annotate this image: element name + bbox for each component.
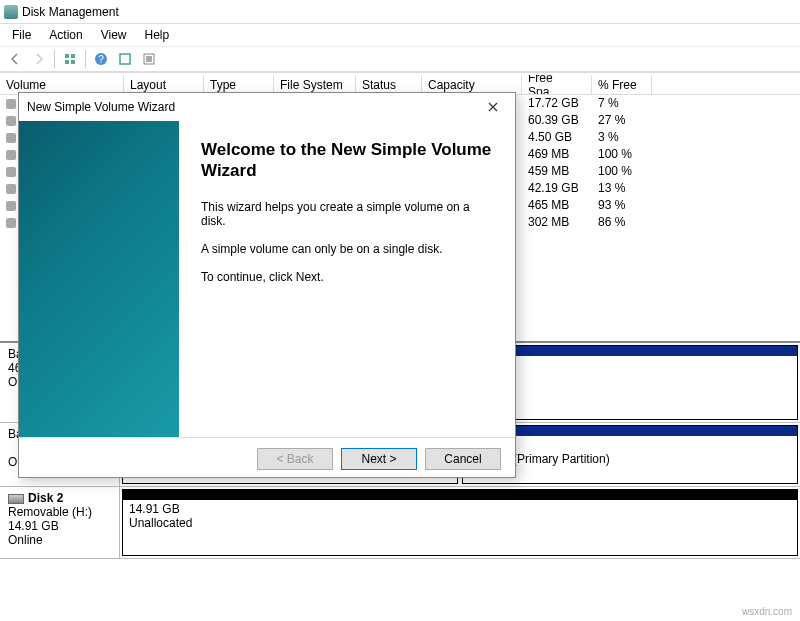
details-button[interactable] bbox=[59, 48, 81, 70]
toolbar-separator bbox=[54, 50, 55, 68]
volume-icon bbox=[6, 99, 16, 109]
wizard-text: To continue, click Next. bbox=[201, 270, 493, 284]
cell-freespace: 17.72 GB bbox=[522, 95, 592, 112]
cell-pctfree: 100 % bbox=[592, 163, 652, 180]
cell-pctfree: 3 % bbox=[592, 129, 652, 146]
disk-status: Online bbox=[8, 533, 111, 547]
cell-pctfree: 27 % bbox=[592, 112, 652, 129]
volume-icon bbox=[6, 201, 16, 211]
disk-volumes: 14.91 GB Unallocated bbox=[120, 487, 800, 558]
refresh-button[interactable] bbox=[114, 48, 136, 70]
app-icon bbox=[4, 5, 18, 19]
svg-rect-0 bbox=[65, 54, 69, 58]
menubar: File Action View Help bbox=[0, 24, 800, 46]
window-title: Disk Management bbox=[22, 5, 119, 19]
cell-freespace: 465 MB bbox=[522, 197, 592, 214]
help-button[interactable]: ? bbox=[90, 48, 112, 70]
svg-text:?: ? bbox=[98, 54, 104, 65]
cell-pctfree: 100 % bbox=[592, 146, 652, 163]
disk-icon bbox=[8, 494, 24, 504]
wizard-titlebar: New Simple Volume Wizard bbox=[19, 93, 515, 121]
svg-rect-6 bbox=[120, 54, 130, 64]
wizard-heading: Welcome to the New Simple Volume Wizard bbox=[201, 139, 493, 182]
wizard-button-row: < Back Next > Cancel bbox=[19, 437, 515, 479]
window-titlebar: Disk Management bbox=[0, 0, 800, 24]
volume-icon bbox=[6, 133, 16, 143]
next-button[interactable]: Next > bbox=[341, 448, 417, 470]
volume-icon bbox=[6, 116, 16, 126]
new-simple-volume-wizard: New Simple Volume Wizard Welcome to the … bbox=[18, 92, 516, 478]
disk-type: Removable (H:) bbox=[8, 505, 111, 519]
watermark: wsxdn.com bbox=[742, 606, 792, 617]
cell-pctfree: 7 % bbox=[592, 95, 652, 112]
svg-rect-2 bbox=[65, 60, 69, 64]
disk-size: 14.91 GB bbox=[8, 519, 111, 533]
svg-rect-3 bbox=[71, 60, 75, 64]
col-pctfree[interactable]: % Free bbox=[592, 75, 652, 94]
disk-name: Disk 2 bbox=[28, 491, 63, 505]
volume-icon bbox=[6, 150, 16, 160]
cell-pctfree: 13 % bbox=[592, 180, 652, 197]
back-button: < Back bbox=[257, 448, 333, 470]
close-button[interactable] bbox=[479, 96, 507, 118]
toolbar-separator bbox=[85, 50, 86, 68]
cancel-button[interactable]: Cancel bbox=[425, 448, 501, 470]
close-icon bbox=[488, 102, 498, 112]
cell-freespace: 4.50 GB bbox=[522, 129, 592, 146]
wizard-body: Welcome to the New Simple Volume Wizard … bbox=[19, 121, 515, 437]
svg-rect-1 bbox=[71, 54, 75, 58]
rescan-button[interactable] bbox=[138, 48, 160, 70]
menu-action[interactable]: Action bbox=[41, 26, 90, 44]
wizard-sidebar-image bbox=[19, 121, 179, 437]
volume-status: Healthy (Primary Partition) bbox=[469, 452, 791, 466]
volume-color-bar bbox=[123, 490, 797, 500]
volume-box[interactable]: 14.91 GB Unallocated bbox=[122, 489, 798, 556]
cell-freespace: 459 MB bbox=[522, 163, 592, 180]
svg-rect-8 bbox=[146, 56, 152, 62]
wizard-content: Welcome to the New Simple Volume Wizard … bbox=[179, 121, 515, 437]
cell-freespace: 469 MB bbox=[522, 146, 592, 163]
disk-info: Disk 2 Removable (H:) 14.91 GB Online bbox=[0, 487, 120, 558]
cell-pctfree: 86 % bbox=[592, 214, 652, 231]
col-freespace[interactable]: Free Spa... bbox=[522, 75, 592, 94]
cell-freespace: 60.39 GB bbox=[522, 112, 592, 129]
toolbar: ? bbox=[0, 46, 800, 72]
volume-size: 14.91 GB bbox=[129, 502, 791, 516]
forward-button[interactable] bbox=[28, 48, 50, 70]
volume-status: Unallocated bbox=[129, 516, 791, 530]
wizard-text: A simple volume can only be on a single … bbox=[201, 242, 493, 256]
disk-row: Disk 2 Removable (H:) 14.91 GB Online 14… bbox=[0, 487, 800, 559]
wizard-title: New Simple Volume Wizard bbox=[27, 100, 175, 114]
cell-pctfree: 93 % bbox=[592, 197, 652, 214]
volume-icon bbox=[6, 167, 16, 177]
volume-icon bbox=[6, 218, 16, 228]
menu-file[interactable]: File bbox=[4, 26, 39, 44]
cell-freespace: 42.19 GB bbox=[522, 180, 592, 197]
wizard-text: This wizard helps you create a simple vo… bbox=[201, 200, 493, 228]
menu-view[interactable]: View bbox=[93, 26, 135, 44]
back-button[interactable] bbox=[4, 48, 26, 70]
volume-icon bbox=[6, 184, 16, 194]
cell-freespace: 302 MB bbox=[522, 214, 592, 231]
menu-help[interactable]: Help bbox=[137, 26, 178, 44]
